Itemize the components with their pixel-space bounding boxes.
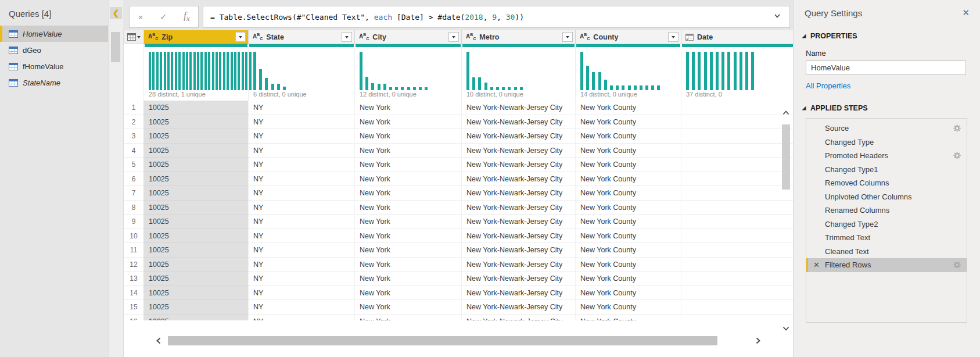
cell-metro[interactable]: New York-Newark-Jersey City [462,201,576,215]
cell-state[interactable]: NY [249,129,355,144]
cell-date[interactable] [681,215,793,229]
cell-state[interactable]: NY [249,315,355,321]
applied-step-renamed-columns[interactable]: ✕Renamed Columns [806,204,967,217]
cell-metro[interactable]: New York-Newark-Jersey City [462,272,576,286]
row-number[interactable]: 13 [124,272,144,286]
row-number[interactable]: 15 [124,300,144,315]
cell-metro[interactable]: New York-Newark-Jersey City [462,129,576,144]
cell-state[interactable]: NY [249,101,355,115]
cell-zip[interactable]: 10025 [144,186,249,201]
cell-state[interactable]: NY [249,186,355,201]
cell-county[interactable]: New York County [576,215,681,229]
applied-step-source[interactable]: ✕Source [806,122,967,135]
cell-date[interactable] [681,243,793,258]
cell-metro[interactable]: New York-Newark-Jersey City [462,101,576,115]
queries-pane-scrollbar-thumb[interactable] [111,32,120,62]
column-header-state[interactable]: ABCState [249,30,355,44]
cell-date[interactable] [681,186,793,201]
cell-city[interactable]: New York [355,215,462,229]
cell-date[interactable] [681,258,793,272]
cell-metro[interactable]: New York-Newark-Jersey City [462,186,576,201]
fx-icon[interactable]: fx [184,10,189,23]
cell-state[interactable]: NY [249,300,355,315]
formula-cancel-button[interactable]: × [138,12,143,22]
query-name-input[interactable] [806,60,966,75]
cell-zip[interactable]: 10025 [144,201,249,215]
cell-county[interactable]: New York County [576,258,681,272]
cell-county[interactable]: New York County [576,129,681,144]
vertical-scrollbar-thumb[interactable] [782,124,790,190]
cell-date[interactable] [681,286,793,301]
cell-zip[interactable]: 10025 [144,115,249,130]
cell-city[interactable]: New York [355,115,462,130]
cell-date[interactable] [681,129,793,144]
cell-metro[interactable]: New York-Newark-Jersey City [462,243,576,258]
cell-zip[interactable]: 10025 [144,215,249,229]
filter-button-metro[interactable] [562,32,573,42]
cell-date[interactable] [681,101,793,115]
row-number[interactable]: 9 [124,215,144,229]
applied-step-changed-type2[interactable]: ✕Changed Type2 [806,217,967,231]
cell-county[interactable]: New York County [576,315,681,321]
row-number[interactable]: 4 [124,144,144,158]
horizontal-scrollbar-thumb[interactable] [168,336,717,345]
cell-county[interactable]: New York County [576,286,681,301]
column-header-zip[interactable]: ABCZip [144,30,249,44]
cell-zip[interactable]: 10025 [144,315,249,321]
cell-state[interactable]: NY [249,115,355,130]
cell-zip[interactable]: 10025 [144,258,249,272]
column-header-metro[interactable]: ABCMetro [462,30,576,44]
applied-steps-section-heading[interactable]: APPLIED STEPS [802,104,980,112]
scroll-right-icon[interactable] [755,337,762,347]
query-item-fhomevalue[interactable]: fHomeValue [0,58,108,74]
cell-city[interactable]: New York [355,243,462,258]
select-all-table-button[interactable] [124,30,144,44]
cell-county[interactable]: New York County [576,201,681,215]
scroll-up-icon[interactable] [782,108,790,119]
cell-city[interactable]: New York [355,286,462,301]
applied-step-changed-type[interactable]: ✕Changed Type [806,135,967,149]
cell-zip[interactable]: 10025 [144,158,249,172]
close-panel-icon[interactable]: ✕ [962,8,970,18]
query-item-dgeo[interactable]: dGeo [0,42,108,58]
formula-input[interactable]: = Table.SelectRows(#"Cleaned Text", each… [203,6,790,28]
applied-step-unpivoted-other-columns[interactable]: ✕Unpivoted Other Columns [806,190,967,204]
cell-city[interactable]: New York [355,144,462,158]
cell-zip[interactable]: 10025 [144,272,249,286]
properties-section-heading[interactable]: PROPERTIES [802,32,980,40]
all-properties-link[interactable]: All Properties [806,81,850,90]
cell-state[interactable]: NY [249,286,355,301]
cell-city[interactable]: New York [355,201,462,215]
cell-date[interactable] [681,201,793,215]
cell-metro[interactable]: New York-Newark-Jersey City [462,258,576,272]
applied-step-filtered-rows[interactable]: ✕Filtered Rows [806,258,967,272]
step-settings-gear-icon[interactable] [953,261,961,269]
column-quality-date[interactable]: 37 distinct, 0 [681,44,793,101]
applied-step-changed-type1[interactable]: ✕Changed Type1 [806,163,967,177]
cell-state[interactable]: NY [249,215,355,229]
cell-county[interactable]: New York County [576,186,681,201]
row-number[interactable]: 8 [124,201,144,215]
cell-metro[interactable]: New York-Newark-Jersey City [462,315,576,321]
cell-county[interactable]: New York County [576,172,681,187]
row-number[interactable]: 6 [124,172,144,187]
filter-button-city[interactable] [448,32,459,42]
column-quality-state[interactable]: 6 distinct, 0 unique [249,44,355,101]
column-quality-zip[interactable]: 28 distinct, 1 unique [144,44,249,101]
cell-state[interactable]: NY [249,272,355,286]
cell-date[interactable] [681,172,793,187]
cell-county[interactable]: New York County [576,243,681,258]
cell-date[interactable] [681,229,793,244]
cell-county[interactable]: New York County [576,115,681,130]
cell-state[interactable]: NY [249,172,355,187]
cell-city[interactable]: New York [355,129,462,144]
cell-metro[interactable]: New York-Newark-Jersey City [462,286,576,301]
formula-expand-chevron-icon[interactable] [773,12,781,22]
column-quality-city[interactable]: 12 distinct, 0 unique [355,44,462,101]
cell-metro[interactable]: New York-Newark-Jersey City [462,172,576,187]
cell-zip[interactable]: 10025 [144,300,249,315]
cell-zip[interactable]: 10025 [144,144,249,158]
cell-city[interactable]: New York [355,172,462,187]
formula-accept-button[interactable]: ✓ [160,12,167,22]
cell-metro[interactable]: New York-Newark-Jersey City [462,115,576,130]
